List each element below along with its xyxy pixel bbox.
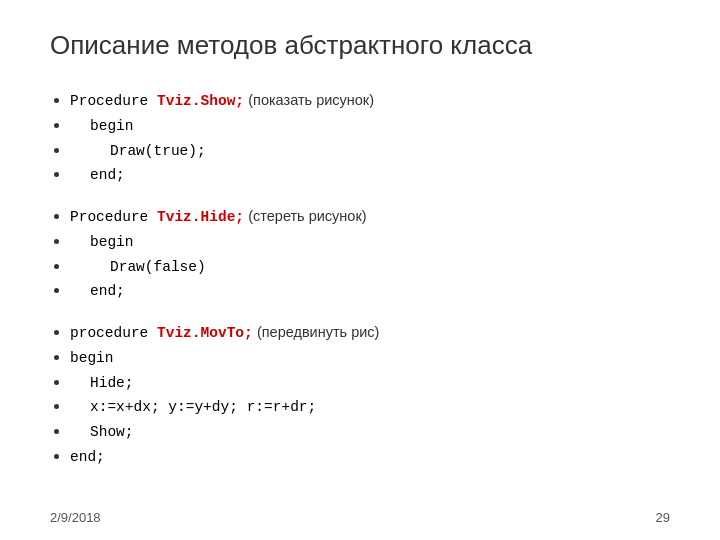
keyword-movto: Tviz.MovTo;: [157, 325, 253, 341]
list-item: begin: [70, 346, 670, 370]
code-hide-call: Hide;: [70, 375, 134, 391]
slide-footer: 2/9/2018 29: [50, 510, 670, 525]
list-item: Show;: [70, 420, 670, 444]
code-text: Procedure Tviz.Show;: [70, 93, 244, 109]
list-item: x:=x+dx; y:=y+dy; r:=r+dr;: [70, 395, 670, 419]
list-item: end;: [70, 163, 670, 187]
code-begin2: begin: [70, 234, 134, 250]
list-item: Procedure Tviz.Show; (показать рисунок): [70, 89, 670, 113]
code-begin1: begin: [70, 118, 134, 134]
section-2: Procedure Tviz.Hide; (стереть рисунок) b…: [50, 205, 670, 303]
list-item: Procedure Tviz.Hide; (стереть рисунок): [70, 205, 670, 229]
code-draw-true: Draw(true);: [70, 143, 206, 159]
list-item: end;: [70, 445, 670, 469]
code-end3: end;: [70, 449, 105, 465]
list-item: begin: [70, 230, 670, 254]
comment-hide: (стереть рисунок): [248, 208, 366, 224]
code-draw-false: Draw(false): [70, 259, 206, 275]
list-item: Draw(false): [70, 255, 670, 279]
code-begin3: begin: [70, 350, 114, 366]
list-item: Draw(true);: [70, 139, 670, 163]
footer-page: 29: [656, 510, 670, 525]
list-item: begin: [70, 114, 670, 138]
code-calc: x:=x+dx; y:=y+dy; r:=r+dr;: [70, 399, 316, 415]
section-1: Procedure Tviz.Show; (показать рисунок) …: [50, 89, 670, 187]
list-item: Hide;: [70, 371, 670, 395]
comment-movto: (передвинуть рис): [257, 324, 380, 340]
keyword-show: Tviz.Show;: [157, 93, 244, 109]
section-3: procedure Tviz.MovTo; (передвинуть рис) …: [50, 321, 670, 469]
slide-title: Описание методов абстрактного класса: [50, 30, 670, 61]
keyword-hide: Tviz.Hide;: [157, 209, 244, 225]
slide-content: Procedure Tviz.Show; (показать рисунок) …: [50, 89, 670, 469]
code-end1: end;: [70, 167, 125, 183]
code-text: Procedure Tviz.Hide;: [70, 209, 244, 225]
code-end2: end;: [70, 283, 125, 299]
slide: Описание методов абстрактного класса Pro…: [0, 0, 720, 540]
code-text: procedure Tviz.MovTo;: [70, 325, 253, 341]
comment-show: (показать рисунок): [248, 92, 374, 108]
list-item: end;: [70, 279, 670, 303]
footer-date: 2/9/2018: [50, 510, 101, 525]
list-item: procedure Tviz.MovTo; (передвинуть рис): [70, 321, 670, 345]
code-show-call: Show;: [70, 424, 134, 440]
